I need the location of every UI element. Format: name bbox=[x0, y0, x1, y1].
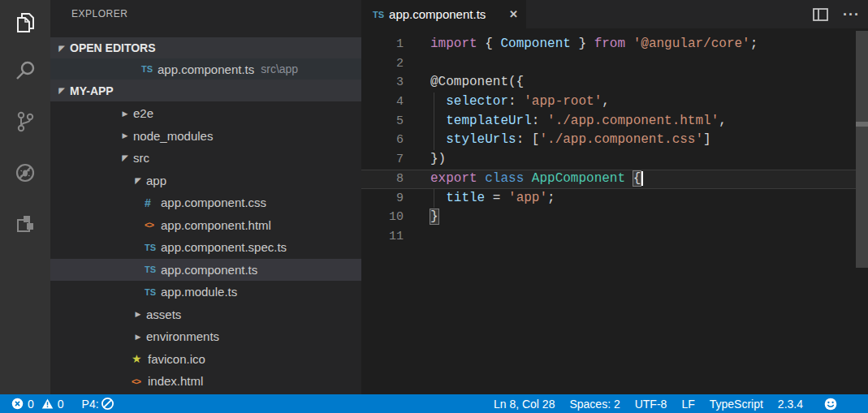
open-editor-item-app.component.ts[interactable]: TSapp.component.tssrc\app bbox=[50, 58, 361, 80]
tree-file-app.component.css[interactable]: #app.component.css bbox=[50, 191, 361, 214]
text-cursor bbox=[641, 171, 643, 186]
prohibited-icon bbox=[101, 397, 114, 411]
extensions-icon bbox=[13, 212, 37, 236]
code-line-11: 11 bbox=[361, 227, 868, 247]
line-number: 7 bbox=[361, 150, 404, 170]
tree-item-label: assets bbox=[146, 308, 181, 321]
chevron-collapsed-icon[interactable]: ▶ bbox=[119, 110, 132, 118]
chevron-collapsed-icon[interactable]: ▶ bbox=[132, 333, 145, 341]
perforce-label: P4: bbox=[82, 398, 99, 411]
chevron-expanded-icon: ◤ bbox=[55, 44, 68, 53]
feedback-smiley-icon[interactable] bbox=[824, 398, 837, 411]
status-bar: 0 0 P4: Ln 8, Col 28Spaces: 2UTF-8LFType… bbox=[0, 394, 868, 413]
open-editor-file: app.component.ts bbox=[158, 62, 254, 76]
line-number: 2 bbox=[361, 54, 404, 74]
vscode-window: EXPLORER ◤ OPEN EDITORS TSapp.component.… bbox=[0, 0, 868, 413]
activity-item-explorer[interactable] bbox=[0, 0, 50, 45]
status-language-mode[interactable]: TypeScript bbox=[710, 398, 763, 411]
status-indentation[interactable]: Spaces: 2 bbox=[569, 398, 620, 411]
tab-title: app.component.ts bbox=[389, 7, 503, 21]
ts-file-icon: TS bbox=[145, 265, 159, 274]
tree-file-index.html[interactable]: <>index.html bbox=[50, 370, 361, 393]
tree-item-label: favicon.ico bbox=[148, 352, 205, 366]
code-line-8: 8export class AppComponent { bbox=[361, 170, 868, 189]
project-label: MY-APP bbox=[70, 84, 114, 97]
ts-file-icon: TS bbox=[145, 243, 159, 252]
status-ts-version[interactable]: 2.3.4 bbox=[778, 398, 803, 411]
activity-item-extensions[interactable] bbox=[0, 198, 50, 249]
more-actions-icon[interactable]: ··· bbox=[843, 11, 860, 19]
status-encoding[interactable]: UTF-8 bbox=[635, 398, 667, 411]
tree-folder-src[interactable]: ◤src bbox=[50, 147, 361, 170]
tree-item-label: e2e bbox=[133, 106, 153, 120]
warning-count: 0 bbox=[58, 398, 64, 411]
tree-folder-assets[interactable]: ▶assets bbox=[50, 303, 361, 326]
tree-file-app.component.ts[interactable]: TSapp.component.ts bbox=[50, 259, 361, 282]
activity-item-source-control[interactable] bbox=[0, 96, 50, 147]
tree-item-label: app.module.ts bbox=[161, 285, 237, 299]
matched-bracket: } bbox=[430, 209, 438, 224]
code-text: }) bbox=[430, 150, 446, 170]
ts-file-icon: TS bbox=[145, 287, 159, 297]
scrollbar-marker bbox=[856, 122, 868, 127]
code-text: selector: 'app-root', bbox=[430, 92, 610, 112]
activity-item-debug[interactable] bbox=[0, 147, 50, 198]
status-left: 0 0 P4: bbox=[11, 397, 114, 411]
tree-item-label: app bbox=[146, 174, 166, 187]
tree-item-label: app.component.html bbox=[161, 218, 271, 232]
perforce-status[interactable]: P4: bbox=[82, 397, 114, 411]
html-file-icon: <> bbox=[132, 376, 146, 386]
editor-group: TS app.component.ts ✕ ··· 1import { Comp… bbox=[361, 0, 868, 394]
line-number: 8 bbox=[361, 170, 404, 189]
line-number: 1 bbox=[361, 35, 404, 54]
chevron-collapsed-icon[interactable]: ▶ bbox=[119, 131, 132, 140]
code-text: styleUrls: ['./app.component.css'] bbox=[430, 131, 711, 150]
chevron-expanded-icon: ◤ bbox=[55, 86, 68, 95]
close-icon[interactable]: ✕ bbox=[509, 8, 518, 20]
tree-item-label: app.component.css bbox=[161, 196, 266, 209]
code-line-6: 6 styleUrls: ['./app.component.css'] bbox=[361, 131, 868, 150]
star-file-icon: ★ bbox=[132, 352, 146, 365]
warning-triangle-icon bbox=[41, 398, 54, 410]
tree-folder-app[interactable]: ◤app bbox=[50, 170, 361, 192]
explorer-sidebar: EXPLORER ◤ OPEN EDITORS TSapp.component.… bbox=[50, 0, 361, 394]
tab-app-component-ts[interactable]: TS app.component.ts ✕ bbox=[361, 0, 526, 28]
chevron-expanded-icon[interactable]: ◤ bbox=[132, 176, 145, 185]
sidebar-title: EXPLORER bbox=[50, 0, 361, 28]
vertical-scrollbar[interactable] bbox=[856, 31, 868, 268]
editor-actions: ··· bbox=[813, 0, 860, 28]
activity-item-search[interactable] bbox=[0, 45, 50, 96]
open-editors-header[interactable]: ◤ OPEN EDITORS bbox=[50, 37, 361, 58]
code-editor[interactable]: 1import { Component } from '@angular/cor… bbox=[361, 28, 868, 394]
typescript-file-icon: TS bbox=[373, 10, 384, 19]
tree-file-app.module.ts[interactable]: TSapp.module.ts bbox=[50, 281, 361, 303]
tree-file-app.component.html[interactable]: <>app.component.html bbox=[50, 214, 361, 237]
project-header[interactable]: ◤ MY-APP bbox=[50, 80, 361, 101]
tree-item-label: app.component.spec.ts bbox=[161, 240, 287, 254]
code-text: @Component({ bbox=[430, 73, 524, 92]
tree-folder-environments[interactable]: ▶environments bbox=[50, 325, 361, 348]
tree-folder-e2e[interactable]: ▶e2e bbox=[50, 102, 361, 125]
tree-item-label: index.html bbox=[148, 374, 203, 388]
tree-folder-node_modules[interactable]: ▶node_modules bbox=[50, 125, 361, 148]
chevron-expanded-icon[interactable]: ◤ bbox=[119, 153, 132, 162]
line-number: 9 bbox=[361, 189, 404, 209]
tab-bar: TS app.component.ts ✕ ··· bbox=[361, 0, 868, 28]
tree-item-label: src bbox=[133, 151, 149, 165]
css-file-icon: # bbox=[145, 196, 159, 209]
git-branch-icon bbox=[13, 110, 37, 134]
tree-file-app.component.spec.ts[interactable]: TSapp.component.spec.ts bbox=[50, 236, 361, 259]
line-number: 5 bbox=[361, 112, 404, 131]
code-line-5: 5 templateUrl: './app.component.html', bbox=[361, 112, 868, 131]
status-eol[interactable]: LF bbox=[681, 398, 694, 411]
code-line-10: 10} bbox=[361, 208, 868, 227]
tree-file-favicon.ico[interactable]: ★favicon.ico bbox=[50, 348, 361, 371]
chevron-collapsed-icon[interactable]: ▶ bbox=[132, 310, 145, 318]
files-icon bbox=[13, 11, 37, 35]
status-cursor-position[interactable]: Ln 8, Col 28 bbox=[494, 398, 555, 411]
code-text: templateUrl: './app.component.html', bbox=[430, 112, 727, 131]
code-line-7: 7}) bbox=[361, 150, 868, 170]
html-file-icon: <> bbox=[145, 220, 159, 230]
split-editor-icon[interactable] bbox=[813, 8, 828, 21]
problems-indicator[interactable]: 0 0 bbox=[11, 398, 64, 411]
